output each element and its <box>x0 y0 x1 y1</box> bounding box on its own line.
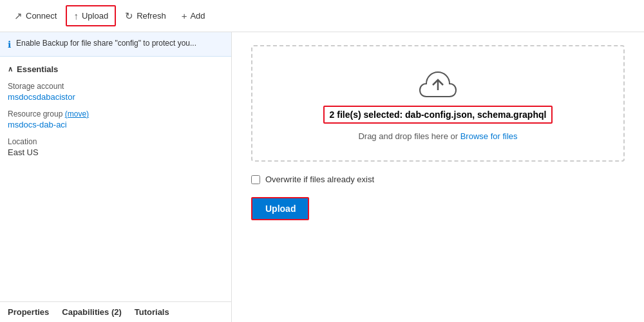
right-panel: 2 file(s) selected: dab-config.json, sch… <box>232 32 644 322</box>
toolbar: ↗ Connect ↑ Upload ↻ Refresh + Add <box>0 0 644 32</box>
selected-files-label: 2 file(s) selected: dab-config.json, sch… <box>323 106 553 124</box>
resource-group-value[interactable]: msdocs-dab-aci <box>8 120 67 129</box>
info-banner-text: Enable Backup for file share "config" to… <box>16 39 196 48</box>
connect-label: Connect <box>26 11 57 21</box>
info-icon: ℹ <box>8 39 11 50</box>
overwrite-row: Overwrite if files already exist <box>251 175 625 184</box>
storage-account-value[interactable]: msdocsdabacistor <box>8 92 75 102</box>
tab-properties[interactable]: Properties <box>8 307 49 317</box>
refresh-button[interactable]: ↻ Refresh <box>118 6 173 26</box>
add-label: Add <box>190 11 205 21</box>
connect-button[interactable]: ↗ Connect <box>8 6 63 26</box>
upload-button[interactable]: ↑ Upload <box>66 5 116 26</box>
bottom-tabs: Properties Capabilities (2) Tutorials <box>0 301 231 322</box>
overwrite-label: Overwrite if files already exist <box>265 175 374 184</box>
resource-group-field: Resource group (move) msdocs-dab-aci <box>8 109 223 129</box>
browse-link[interactable]: Browse for files <box>460 131 518 141</box>
upload-action-button[interactable]: Upload <box>251 197 309 220</box>
add-button[interactable]: + Add <box>175 6 212 25</box>
upload-action-container: Upload <box>251 197 625 220</box>
content-area: ℹ Enable Backup for file share "config" … <box>0 32 644 322</box>
drop-zone[interactable]: 2 file(s) selected: dab-config.json, sch… <box>251 45 625 162</box>
refresh-label: Refresh <box>137 11 166 21</box>
location-label: Location <box>8 137 223 146</box>
tab-tutorials[interactable]: Tutorials <box>135 307 169 317</box>
move-link[interactable]: (move) <box>65 109 89 118</box>
overwrite-checkbox[interactable] <box>251 175 260 184</box>
add-icon: + <box>182 10 187 21</box>
left-panel: ℹ Enable Backup for file share "config" … <box>0 32 232 322</box>
storage-account-field: Storage account msdocsdabacistor <box>8 82 223 102</box>
resource-group-label: Resource group (move) <box>8 109 223 118</box>
upload-label: Upload <box>82 11 108 21</box>
info-banner: ℹ Enable Backup for file share "config" … <box>0 32 231 57</box>
location-value: East US <box>8 147 223 157</box>
essentials-title: Essentials <box>17 64 58 74</box>
chevron-icon: ∧ <box>8 65 13 73</box>
essentials-section: ∧ Essentials Storage account msdocsdabac… <box>0 57 231 173</box>
tab-capabilities[interactable]: Capabilities (2) <box>62 307 121 317</box>
upload-icon: ↑ <box>73 10 79 21</box>
refresh-icon: ↻ <box>125 10 133 22</box>
location-field: Location East US <box>8 137 223 157</box>
essentials-header: ∧ Essentials <box>8 64 223 74</box>
drag-drop-text: Drag and drop files here or Browse for f… <box>358 131 517 141</box>
cloud-upload-icon <box>419 66 457 98</box>
connect-icon: ↗ <box>14 10 23 22</box>
storage-account-label: Storage account <box>8 82 223 91</box>
